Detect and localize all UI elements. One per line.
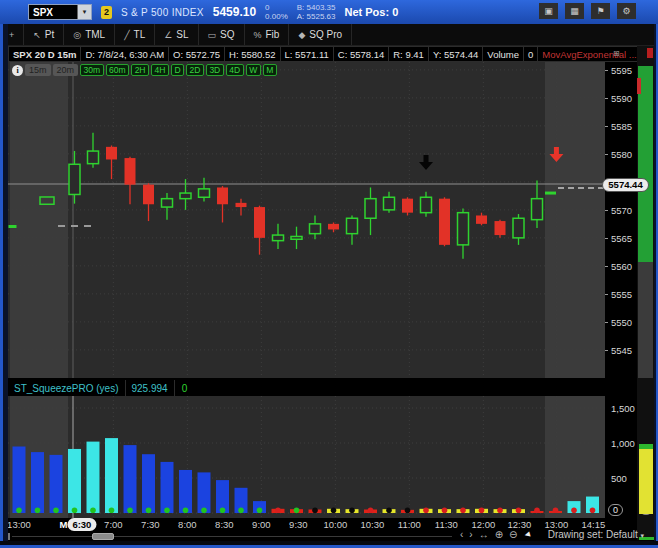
premarket-band bbox=[10, 62, 68, 378]
time-label: 9:30 bbox=[289, 519, 308, 530]
histogram-bar-blue bbox=[142, 454, 155, 513]
price-axis[interactable]: 5595559055855580557555705565556055555550… bbox=[605, 62, 637, 378]
candle-down bbox=[476, 215, 487, 223]
timeframe-4H[interactable]: 4H bbox=[151, 64, 169, 76]
axis-tick bbox=[605, 294, 608, 295]
ohlc-field-2: H: 5580.52 bbox=[225, 46, 280, 62]
timeframe-2D[interactable]: 2D bbox=[186, 64, 204, 76]
candle-up bbox=[421, 197, 432, 212]
scrollbar-thumb[interactable] bbox=[92, 533, 114, 540]
price-label: 5595 bbox=[611, 65, 632, 76]
candle-down bbox=[125, 158, 136, 185]
chart-link-badge[interactable]: 2 bbox=[101, 6, 112, 19]
timeframe-60m[interactable]: 60m bbox=[106, 64, 130, 76]
tool-button-fib[interactable]: %Fib bbox=[245, 24, 290, 45]
candle-up bbox=[88, 151, 99, 164]
timeframe-15m[interactable]: 15m bbox=[25, 64, 51, 76]
squeeze-dot-black bbox=[349, 507, 355, 513]
chart-corner-icon[interactable]: ⊞ bbox=[613, 49, 620, 58]
grid-icon[interactable]: ▦ bbox=[565, 3, 584, 19]
axis-tick bbox=[605, 210, 608, 211]
drawing-set-selector[interactable]: Drawing set: Default ▾ bbox=[548, 529, 644, 540]
change-percent: 0.00% bbox=[265, 12, 288, 21]
target-icon: ◎ bbox=[73, 30, 81, 40]
ohlc-field-3: L: 5571.11 bbox=[281, 46, 334, 62]
drawing-set-label: Drawing set: Default bbox=[548, 529, 638, 540]
timeframe-D[interactable]: D bbox=[171, 64, 184, 76]
info-icon[interactable]: i bbox=[12, 65, 23, 76]
symbol-input[interactable]: SPX bbox=[29, 5, 77, 19]
tool-button-tl[interactable]: ╱TL bbox=[115, 24, 155, 45]
tool-button-pt[interactable]: ↖Pt bbox=[24, 24, 64, 45]
step-right-icon[interactable]: › bbox=[469, 529, 472, 540]
time-label: 8:00 bbox=[178, 519, 197, 530]
candle-up bbox=[310, 224, 321, 234]
candle-down bbox=[143, 185, 154, 205]
line-icon: ╱ bbox=[124, 30, 129, 40]
squeeze-dot-green bbox=[201, 507, 207, 513]
candle-up bbox=[513, 218, 524, 238]
diamond-icon: ◆ bbox=[298, 30, 305, 40]
step-left-icon[interactable]: ‹ bbox=[460, 529, 463, 540]
squeeze-dot-red bbox=[442, 507, 448, 513]
study-label: MovAvgExponential ... bbox=[538, 46, 641, 62]
timeframe-30m[interactable]: 30m bbox=[80, 64, 104, 76]
ohlc-field-5: R: 9.41 bbox=[389, 46, 429, 62]
zoom-out-icon[interactable]: ⊖ bbox=[509, 529, 517, 540]
squeeze-dot-green bbox=[16, 507, 22, 513]
chart-title: SPX 20 D 15m bbox=[8, 46, 81, 62]
squeeze-dot-green bbox=[164, 507, 170, 513]
time-label: 11:30 bbox=[435, 519, 458, 530]
angle-icon: ∠ bbox=[164, 30, 172, 40]
candle-up bbox=[291, 236, 302, 239]
black-down-arrow bbox=[419, 155, 433, 170]
tool-button-sl[interactable]: ∠SL bbox=[155, 24, 198, 45]
timeframe-3D[interactable]: 3D bbox=[206, 64, 224, 76]
chevron-down-icon[interactable]: ▾ bbox=[77, 5, 91, 19]
axis-tick bbox=[605, 70, 608, 71]
time-axis[interactable]: 13:007:007:308:008:309:009:3010:0010:301… bbox=[8, 518, 637, 532]
histogram-axis[interactable]: 1,5001,0005000 bbox=[605, 396, 637, 518]
ohlc-field-0: D: 7/8/24, 6:30 AM bbox=[81, 46, 169, 62]
timeframe-20m[interactable]: 20m bbox=[53, 64, 79, 76]
window-frame-left bbox=[0, 24, 8, 548]
timeframe-row: i15m20m30m60m2H4HD2D3D4DWM bbox=[12, 64, 277, 76]
time-label: 8:30 bbox=[215, 519, 234, 530]
squeeze-histogram-chart[interactable] bbox=[8, 396, 605, 518]
flag-icon[interactable]: ⚑ bbox=[591, 3, 610, 19]
tool-button-tml[interactable]: ◎TML bbox=[64, 24, 115, 45]
chart-ohlc-header: SPX 20 D 15mD: 7/8/24, 6:30 AMO: 5572.75… bbox=[8, 46, 637, 62]
timeframe-4D[interactable]: 4D bbox=[226, 64, 244, 76]
zoom-in-icon[interactable]: ⊕ bbox=[495, 529, 503, 540]
tool-button-sq-pro[interactable]: ◆SQ Pro bbox=[289, 24, 352, 45]
study-title[interactable]: ST_SqueezePRO (yes) bbox=[8, 380, 126, 396]
ohlc-field-4: C: 5578.14 bbox=[334, 46, 389, 62]
squeeze-dot-black bbox=[331, 507, 337, 513]
symbol-combobox[interactable]: SPX ▾ bbox=[28, 4, 92, 20]
ohlc-field-1: O: 5572.75 bbox=[169, 46, 225, 62]
scrollbar-track[interactable] bbox=[12, 536, 452, 537]
pan-icon[interactable]: ↔ bbox=[479, 529, 489, 540]
squeeze-dot-green bbox=[127, 507, 133, 513]
timeframe-2H[interactable]: 2H bbox=[131, 64, 149, 76]
edge-red-wick bbox=[637, 78, 641, 94]
timeframe-W[interactable]: W bbox=[246, 64, 261, 76]
candle-up bbox=[199, 189, 210, 197]
squeeze-dot-red bbox=[590, 507, 596, 513]
candle-down bbox=[439, 199, 450, 245]
edge-yellow-bar bbox=[639, 449, 653, 514]
squeeze-dot-green bbox=[146, 507, 152, 513]
drawing-toolbar: + ↖Pt◎TML╱TL∠SL▭SQ%Fib◆SQ Pro bbox=[0, 24, 658, 46]
axis-tick bbox=[605, 266, 608, 267]
price-label: 5580 bbox=[611, 149, 632, 160]
price-chart[interactable] bbox=[8, 62, 605, 378]
axis-tick bbox=[605, 98, 608, 99]
crosshair-price-bubble: 5574.44 bbox=[602, 178, 649, 192]
window-frame-bottom bbox=[0, 541, 658, 548]
tool-button-sq[interactable]: ▭SQ bbox=[199, 24, 245, 45]
squeeze-dot-green bbox=[90, 507, 96, 513]
collapse-icon[interactable]: ▣ bbox=[539, 3, 558, 19]
timeframe-M[interactable]: M bbox=[263, 64, 277, 76]
change-value: 0 bbox=[265, 3, 269, 12]
settings-icon[interactable]: ⚙ bbox=[617, 3, 636, 19]
